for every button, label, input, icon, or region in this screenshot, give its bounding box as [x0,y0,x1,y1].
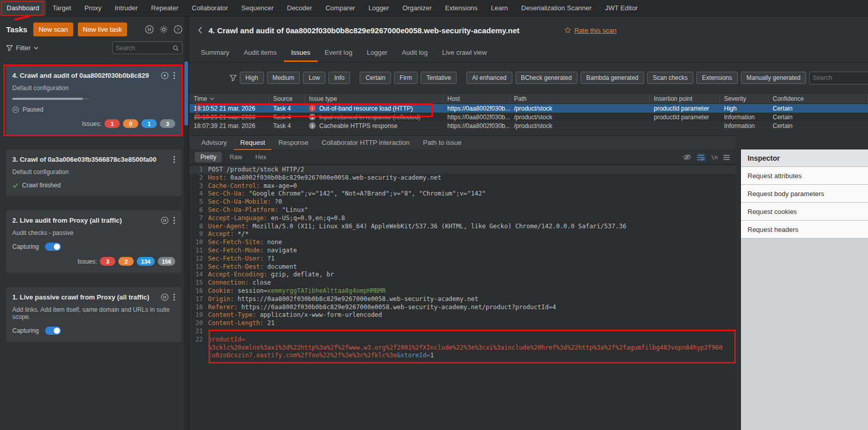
detail-tab-path-to-issue[interactable]: Path to issue [417,136,468,150]
rate-link[interactable]: Rate this scan [574,27,616,34]
new-live-task-button[interactable]: New live task [78,23,128,36]
detail-tab-request[interactable]: Request [234,136,272,150]
column-header-confidence[interactable]: Confidence [769,94,868,103]
inspector-section-request-attributes[interactable]: Request attributes [741,167,868,185]
detail-tab-collaborator-http-interaction[interactable]: Collaborator HTTP interaction [315,136,417,150]
tab-summary[interactable]: Summary [194,44,237,62]
menu-item-comparer[interactable]: Comparer [319,0,362,16]
show-newlines-icon[interactable]: \n [711,154,718,161]
task-menu-icon[interactable] [173,156,175,163]
new-scan-button[interactable]: New scan [33,23,73,36]
column-header-time[interactable]: Time [190,94,269,103]
task-card[interactable]: 2. Live audit from Proxy (all traffic)Au… [6,210,181,273]
menu-item-sequencer[interactable]: Sequencer [235,0,280,16]
request-editor[interactable]: 1POST /product/stock HTTP/22Host: 0aa800… [190,164,736,430]
resume-task-icon[interactable] [161,72,169,79]
scrollbar-thumb[interactable] [184,61,188,125]
view-tab-pretty[interactable]: Pretty [195,152,222,162]
filter-chip-bambda-generated[interactable]: Bambda generated [581,72,644,84]
filter-chip-high[interactable]: High [240,72,264,84]
hide-matches-icon[interactable] [683,154,691,161]
menu-item-target[interactable]: Target [46,0,78,16]
menu-item-proxy[interactable]: Proxy [78,0,108,16]
issue-count-badge-info: 3 [160,119,175,128]
menu-item-learn[interactable]: Learn [484,0,514,16]
issue-row[interactable]: 18:10:52 21 mar. 2026Task 4!Out-of-band … [190,104,868,113]
task-card[interactable]: 1. Live passive crawl from Proxy (all tr… [6,287,181,342]
capturing-toggle[interactable] [45,327,61,335]
tasks-scrollbar[interactable] [184,16,189,430]
view-tab-hex[interactable]: Hex [250,152,272,162]
column-header-source[interactable]: Source [269,94,305,103]
tasks-search-input[interactable] [116,45,171,52]
filter-chip-scan-checks[interactable]: Scan checks [647,72,693,84]
filter-chip-firm[interactable]: Firm [394,72,418,84]
soft-wrap-icon[interactable] [696,154,706,161]
tab-audit-items[interactable]: Audit items [237,44,284,62]
filter-chip-tentative[interactable]: Tentative [421,72,457,84]
detail-tab-advisory[interactable]: Advisory [195,136,234,150]
menu-item-logger[interactable]: Logger [362,0,396,16]
tab-issues[interactable]: Issues [284,44,318,62]
detail-tab-response[interactable]: Response [272,136,315,150]
menu-item-deserialization-scanner[interactable]: Deserialization Scanner [514,0,598,16]
task-menu-icon[interactable] [173,217,175,224]
back-button[interactable] [198,27,202,34]
menu-item-decoder[interactable]: Decoder [280,0,319,16]
request-line-text: productId=%3cklc%20xmlns%3axi%3d%22http%… [208,336,736,360]
filter-icon[interactable] [230,74,237,81]
request-line-text: Host: 0aa8002f030b0b8c829e9267000e0058.w… [208,174,736,182]
request-line-text: Content-Type: application/x-www-form-url… [208,311,736,319]
menu-item-dashboard[interactable]: Dashboard [0,0,46,16]
capturing-toggle[interactable] [45,243,61,251]
menu-item-repeater[interactable]: Repeater [144,0,185,16]
filter-chip-info[interactable]: Info [328,72,350,84]
filter-chip-extensions[interactable]: Extensions [696,72,738,84]
editor-menu-icon[interactable] [723,155,730,160]
pause-task-icon[interactable] [161,217,169,224]
tasks-filter-label[interactable]: Filter [16,44,31,52]
inspector-section-request-body-parameters[interactable]: Request body parameters [741,185,868,203]
help-icon[interactable]: ? [174,25,182,34]
issue-row[interactable]: 18:10:25 21 mar. 2026Task 4iInput return… [190,113,868,121]
task-card-subtitle: Default configuration [12,84,175,92]
task-menu-icon[interactable] [173,72,175,79]
tab-logger[interactable]: Logger [360,44,395,62]
task-card[interactable]: 4. Crawl and audit of 0aa8002f030b0b8c82… [6,66,181,135]
menu-item-collaborator[interactable]: Collaborator [185,0,235,16]
menu-item-jwt-editor[interactable]: JWT Editor [598,0,645,16]
menu-item-extensions[interactable]: Extensions [439,0,485,16]
tab-event-log[interactable]: Event log [318,44,360,62]
filter-chip-ai-enhanced[interactable]: AI enhanced [466,72,512,84]
tab-live-crawl-view[interactable]: Live crawl view [435,44,494,62]
menu-item-intruder[interactable]: Intruder [108,0,144,16]
paused-icon [12,106,19,113]
gear-icon[interactable] [159,25,168,34]
inspector-section-request-headers[interactable]: Request headers [741,221,868,239]
column-header-host[interactable]: Host [443,94,510,103]
issues-search-box [809,72,868,84]
rate-this-scan[interactable]: Rate this scan [564,27,616,34]
issue-row[interactable]: 18:07:39 21 mar. 2026Task 4iCacheable HT… [190,121,868,130]
menu-item-organizer[interactable]: Organizer [396,0,438,16]
filter-chip-bcheck-generated[interactable]: BCheck generated [515,72,577,84]
column-header-insertion-point[interactable]: Insertion point [650,94,720,103]
request-line-text: Sec-Ch-Ua-Mobile: ?0 [208,198,736,206]
filter-chip-low[interactable]: Low [303,72,325,84]
pause-all-tasks-icon[interactable] [145,25,154,34]
filter-chip-manually-generated[interactable]: Manually generated [741,72,806,84]
task-card[interactable]: 3. Crawl of 0a3a006e03fb3566878c3e8500fa… [6,149,181,196]
issues-search-input[interactable] [813,74,868,81]
tab-audit-log[interactable]: Audit log [395,44,435,62]
task-menu-icon[interactable] [173,293,175,301]
filter-chip-certain[interactable]: Certain [360,72,391,84]
inspector-section-request-cookies[interactable]: Request cookies [741,203,868,221]
filter-chip-medium[interactable]: Medium [267,72,300,84]
chevron-down-icon[interactable] [34,47,38,50]
column-header-path[interactable]: Path [510,94,650,103]
pause-task-icon[interactable] [161,293,169,301]
column-header-issue-type[interactable]: Issue type [305,94,443,103]
view-tab-raw[interactable]: Raw [224,152,247,162]
column-header-severity[interactable]: Severity [720,94,769,103]
scan-title: 4. Crawl and audit of 0aa8002f030b0b8c82… [209,26,520,35]
